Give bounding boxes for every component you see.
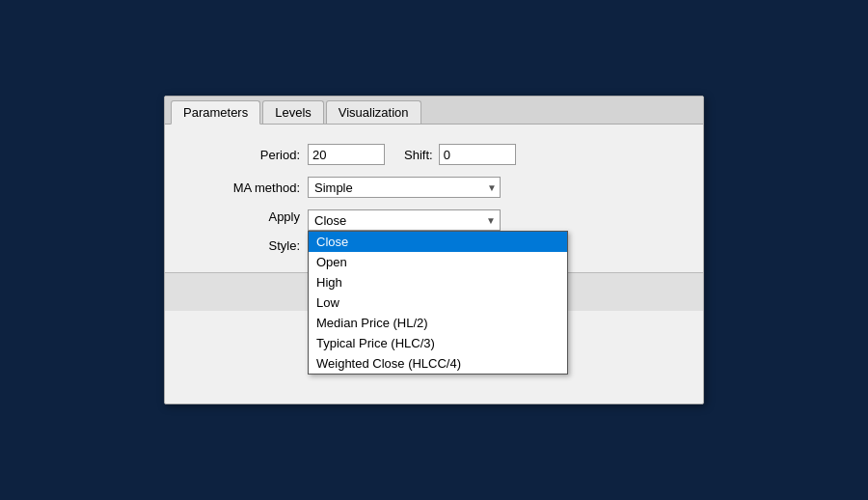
apply-selected-value: Close xyxy=(314,213,346,228)
parameters-content: Period: Shift: MA method: Simple Exponen… xyxy=(165,125,703,311)
shift-label: Shift: xyxy=(404,148,433,162)
period-input[interactable] xyxy=(308,144,385,165)
apply-label: Apply xyxy=(184,209,300,224)
shift-input[interactable] xyxy=(439,144,516,165)
apply-dropdown: Close Open High Low Median Price (HL/2) … xyxy=(308,231,568,375)
period-row: Period: Shift: xyxy=(184,144,684,165)
dropdown-item-low[interactable]: Low xyxy=(309,292,567,313)
ma-method-label: MA method: xyxy=(184,181,300,195)
tab-visualization[interactable]: Visualization xyxy=(326,100,421,124)
dropdown-item-high[interactable]: High xyxy=(309,272,567,292)
period-label: Period: xyxy=(184,148,300,162)
dropdown-item-close[interactable]: Close xyxy=(309,232,567,252)
style-label: Style: xyxy=(184,238,300,253)
shift-group: Shift: xyxy=(404,144,516,165)
ma-method-row: MA method: Simple Exponential Smoothed L… xyxy=(184,177,684,198)
apply-row: Apply Close ▼ Close Open High Low Median… xyxy=(184,209,684,231)
apply-select-container: Close ▼ Close Open High Low Median Price… xyxy=(308,209,501,231)
apply-chevron-icon: ▼ xyxy=(486,215,496,226)
tab-bar: Parameters Levels Visualization xyxy=(165,97,703,125)
tab-parameters[interactable]: Parameters xyxy=(171,100,260,125)
ma-method-select[interactable]: Simple Exponential Smoothed Linear Weigh… xyxy=(308,177,501,198)
dropdown-item-median[interactable]: Median Price (HL/2) xyxy=(309,313,567,333)
tab-levels[interactable]: Levels xyxy=(262,100,324,124)
ma-method-select-wrapper: Simple Exponential Smoothed Linear Weigh… xyxy=(308,177,501,198)
apply-select-box[interactable]: Close ▼ xyxy=(308,209,501,231)
dropdown-item-open[interactable]: Open xyxy=(309,252,567,272)
dropdown-item-weighted[interactable]: Weighted Close (HLCC/4) xyxy=(309,353,567,374)
dropdown-item-typical[interactable]: Typical Price (HLC/3) xyxy=(309,333,567,353)
parameters-dialog: Parameters Levels Visualization Period: … xyxy=(164,96,704,404)
